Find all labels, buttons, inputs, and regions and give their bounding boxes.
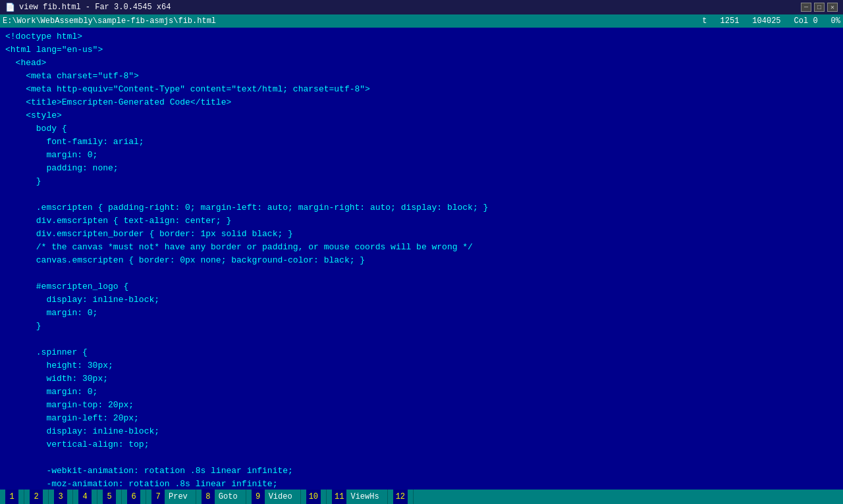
bottom-item-number: 12 — [393, 490, 408, 504]
bottom-item-label: Prev — [166, 492, 190, 501]
bottom-item-number: 8 — [202, 490, 215, 504]
bottom-bar-item[interactable]: 5 — [97, 490, 122, 504]
code-line: -moz-animation: rotation .8s linear infi… — [5, 478, 838, 490]
code-line: #emscripten_logo { — [5, 280, 838, 293]
code-line: display: inline-block; — [5, 293, 838, 307]
bottom-item-label: Video — [266, 492, 295, 501]
bottom-item-number: 2 — [30, 490, 43, 504]
code-line: display: inline-block; — [5, 425, 838, 438]
bottom-item-number: 3 — [54, 490, 67, 504]
code-line: body { — [5, 122, 838, 136]
code-line: } — [5, 320, 838, 333]
code-line: margin: 0; — [5, 149, 838, 162]
bottom-item-number: 9 — [252, 490, 265, 504]
code-line — [5, 267, 838, 280]
code-line: margin: 0; — [5, 307, 838, 320]
code-line: margin-left: 20px; — [5, 412, 838, 425]
app-icon: 📄 — [5, 3, 15, 13]
code-line: <style> — [5, 109, 838, 122]
file-path: E:\Work\WebAssembly\sample-fib-asmjs\fib… — [3, 16, 702, 26]
bottom-bar: 1234567Prev8Goto9Video1011ViewHs12 — [0, 490, 843, 504]
code-line: vertical-align: top; — [5, 438, 838, 451]
minimize-button[interactable]: ─ — [801, 3, 811, 12]
bottom-bar-item[interactable]: 1 — [0, 490, 24, 504]
bottom-bar-item[interactable]: 10 — [301, 490, 327, 504]
status-bar: E:\Work\WebAssembly\sample-fib-asmjs\fib… — [0, 14, 843, 28]
bottom-bar-item[interactable]: 9Video — [246, 490, 301, 504]
bottom-bar-item[interactable]: 3 — [49, 490, 73, 504]
code-line: font-family: arial; — [5, 136, 838, 149]
bottom-item-number: 6 — [127, 490, 140, 504]
bottom-item-number: 1 — [5, 490, 18, 504]
code-line: canvas.emscripten { border: 0px none; ba… — [5, 254, 838, 267]
title-bar-left: 📄 view fib.html - Far 3.0.4545 x64 — [5, 3, 171, 13]
bottom-bar-item[interactable]: 8Goto — [196, 490, 246, 504]
editor-area[interactable]: <!doctype html><html lang="en-us"> <head… — [0, 28, 843, 490]
code-line: div.emscripten { text-align: center; } — [5, 214, 838, 228]
code-line: <title>Emscripten-Generated Code</title> — [5, 96, 838, 109]
code-line: padding: none; — [5, 162, 838, 175]
code-line — [5, 188, 838, 201]
status-info: t 1251 104025 Col 0 0% — [702, 16, 840, 26]
code-line: margin: 0; — [5, 386, 838, 399]
code-line: width: 30px; — [5, 372, 838, 386]
code-line: /* the canvas *must not* have any border… — [5, 241, 838, 254]
percent-info: 0% — [831, 16, 840, 26]
bottom-item-number: 4 — [78, 490, 92, 504]
bottom-bar-item[interactable]: 6 — [122, 490, 146, 504]
bottom-bar-item[interactable]: 12 — [388, 490, 414, 504]
bottom-item-number: 5 — [103, 490, 116, 504]
code-line: <html lang="en-us"> — [5, 43, 838, 57]
bottom-item-label: Goto — [216, 492, 240, 501]
title-bar-controls: ─ □ ✕ — [801, 3, 838, 12]
code-line: -webkit-animation: rotation .8s linear i… — [5, 465, 838, 478]
bottom-bar-item[interactable]: 2 — [24, 490, 49, 504]
bottom-bar-item[interactable]: 7Prev — [146, 490, 196, 504]
line-count: 1251 — [721, 16, 740, 26]
bottom-item-number: 10 — [306, 490, 321, 504]
bottom-bar-item[interactable]: 11ViewHs — [327, 490, 388, 504]
code-line: .spinner { — [5, 346, 838, 359]
bottom-item-label: ViewHs — [348, 492, 381, 501]
code-line: height: 30px; — [5, 359, 838, 372]
code-line: <meta http-equiv="Content-Type" content=… — [5, 83, 838, 96]
code-line: <head> — [5, 57, 838, 70]
file-type: t — [702, 16, 707, 26]
maximize-button[interactable]: □ — [814, 3, 825, 12]
bottom-item-number: 7 — [151, 490, 165, 504]
byte-size: 104025 — [752, 16, 780, 26]
code-line: div.emscripten_border { border: 1px soli… — [5, 228, 838, 241]
code-line: } — [5, 175, 838, 188]
bottom-bar-item[interactable]: 4 — [73, 490, 97, 504]
col-info: Col 0 — [794, 16, 818, 26]
code-line: .emscripten { padding-right: 0; margin-l… — [5, 201, 838, 214]
code-line — [5, 333, 838, 346]
code-line: <!doctype html> — [5, 30, 838, 43]
close-button[interactable]: ✕ — [827, 3, 838, 12]
code-line — [5, 451, 838, 465]
title-bar: 📄 view fib.html - Far 3.0.4545 x64 ─ □ ✕ — [0, 0, 843, 14]
window-title: view fib.html - Far 3.0.4545 x64 — [19, 3, 171, 12]
code-line: <meta charset="utf-8"> — [5, 70, 838, 83]
bottom-item-number: 11 — [332, 490, 346, 504]
code-line: margin-top: 20px; — [5, 399, 838, 412]
